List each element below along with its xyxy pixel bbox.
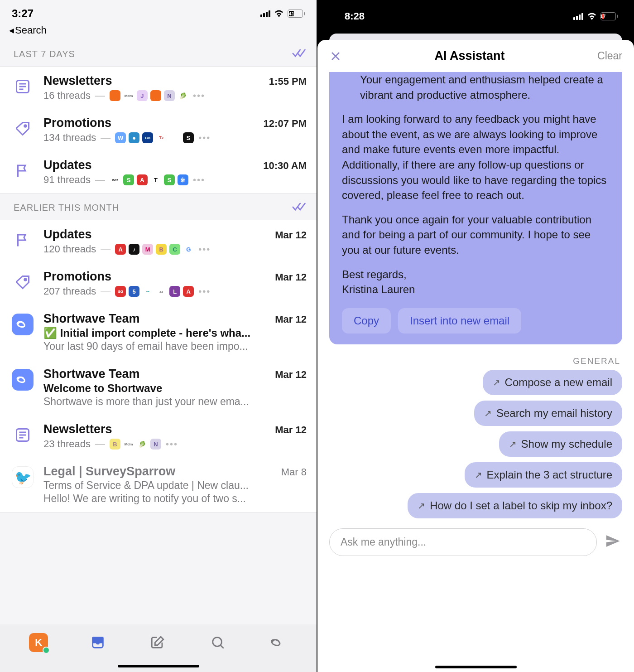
suggestion-text: How do I set a label to skip my inbox? <box>430 499 612 512</box>
send-button[interactable] <box>605 533 620 551</box>
home-indicator <box>435 666 517 668</box>
list-row[interactable]: NewslettersMar 12 23 threads—BMdm🥬N••• <box>0 415 317 457</box>
list-row[interactable]: Newsletters1:55 PM 16 threads—MdmJN🥬••• <box>0 67 317 109</box>
insert-email-button[interactable]: Insert into new email <box>398 308 521 334</box>
status-time: 3:27 <box>12 7 34 20</box>
cellular-icon <box>260 10 270 17</box>
arrow-icon: ↗ <box>509 439 517 450</box>
suggestion-chip[interactable]: ↗Show my schedule <box>499 431 622 457</box>
back-to-search[interactable]: ◀ Search <box>0 23 317 40</box>
nav-assistant[interactable] <box>268 633 288 653</box>
ai-assistant-screen: 8:28 17 AI Assistant Clear Your engageme… <box>317 0 634 672</box>
more-senders-icon: ••• <box>193 175 205 185</box>
row-sub: 23 threads—BMdm🥬N••• <box>43 438 307 450</box>
list-row[interactable]: Shortwave TeamMar 12 Welcome to Shortwav… <box>0 360 317 415</box>
list-row[interactable]: PromotionsMar 12 207 threads—SG5~zzLA••• <box>0 262 317 305</box>
status-time: 8:28 <box>345 10 365 22</box>
row-time: Mar 12 <box>275 369 307 381</box>
sender-chip: A <box>115 244 126 255</box>
suggestion-chip[interactable]: ↗Search my email history <box>474 401 622 426</box>
tag-icon <box>12 118 34 140</box>
row-time: 10:30 AM <box>263 160 307 172</box>
row-title: Updates <box>43 227 92 242</box>
row-title: Shortwave Team <box>43 312 140 326</box>
sender-chip: S <box>123 174 134 185</box>
suggestion-chip[interactable]: ↗Compose a new email <box>483 370 622 395</box>
list-row[interactable]: Promotions12:07 PM 134 threads—W●BBTzS••… <box>0 109 317 151</box>
row-time: Mar 8 <box>281 466 307 478</box>
nav-search[interactable] <box>208 633 228 653</box>
row-sub: 120 threads—A♪MBCG••• <box>43 243 307 255</box>
suggestion-chip[interactable]: ↗How do I set a label to skip my inbox? <box>408 493 622 518</box>
status-indicators: 17 <box>573 12 618 20</box>
tag-icon <box>12 271 34 293</box>
ask-input[interactable]: Ask me anything... <box>329 528 597 556</box>
suggestion-chip[interactable]: ↗Explain the 3 act structure <box>465 462 622 488</box>
input-row: Ask me anything... <box>317 518 634 561</box>
mark-all-done-button[interactable] <box>292 48 307 60</box>
row-title: Promotions <box>43 270 111 284</box>
list-row[interactable]: UpdatesMar 12 120 threads—A♪MBCG••• <box>0 220 317 262</box>
sender-chip: Mdm <box>123 90 134 101</box>
sender-chip: 🥬 <box>178 90 188 101</box>
row-preview: Your last 90 days of email have been imp… <box>43 340 307 353</box>
list-row[interactable]: Shortwave TeamMar 12 ✅ Initial import co… <box>0 305 317 360</box>
row-title: Newsletters <box>43 422 112 436</box>
sender-chip: S <box>183 132 194 143</box>
section-header: LAST 7 DAYS <box>0 40 317 66</box>
app-icon <box>12 369 34 391</box>
cellular-icon <box>573 13 583 20</box>
status-bar: 3:27 41 <box>0 0 317 23</box>
row-sub: 134 threads—W●BBTzS••• <box>43 132 307 144</box>
row-title: Updates <box>43 158 92 172</box>
sender-chip: zz <box>156 286 167 297</box>
back-chevron-icon: ◀ <box>9 27 14 34</box>
svg-point-1 <box>24 125 27 127</box>
row-time: Mar 12 <box>275 271 307 283</box>
mark-all-done-button[interactable] <box>292 202 307 213</box>
sender-chip: ※ <box>178 174 188 185</box>
newsletter-icon <box>12 76 34 97</box>
ai-text-partial: Your engagement and enthusiasm helped cr… <box>342 72 610 102</box>
sender-chips: A♪MBCG <box>115 244 194 255</box>
row-sub: 91 threads—WRSATS※••• <box>43 174 307 186</box>
section-label: EARLIER THIS MONTH <box>14 203 119 213</box>
ai-text: I am looking forward to any feedback you… <box>342 111 610 203</box>
inbox-screen: 3:27 41 ◀ Search LAST 7 DAYS Newsletters… <box>0 0 317 672</box>
flag-icon <box>12 229 34 251</box>
account-avatar[interactable]: K <box>29 633 48 652</box>
row-time: 1:55 PM <box>269 76 307 87</box>
arrow-icon: ↗ <box>493 377 500 388</box>
suggestion-text: Compose a new email <box>505 376 612 389</box>
list-row[interactable]: 🐦 Legal | SurveySparrowMar 8 Terms of Se… <box>0 457 317 512</box>
suggestion-text: Show my schedule <box>521 438 612 450</box>
arrow-icon: ↗ <box>418 500 425 511</box>
sender-chip: C <box>169 244 180 255</box>
more-senders-icon: ••• <box>198 244 211 255</box>
back-label: Search <box>15 24 47 36</box>
row-title: Legal | SurveySparrow <box>43 464 175 479</box>
sender-chip: N <box>150 439 161 450</box>
battery-icon: 41 <box>288 10 305 18</box>
row-preview: Hello! We are writing to notify you of t… <box>43 493 307 505</box>
row-preview: Shortwave is more than just your new ema… <box>43 396 307 408</box>
sender-chip: T <box>150 174 161 185</box>
sender-chip <box>169 132 180 143</box>
sender-chips: W●BBTzS <box>115 132 194 143</box>
nav-compose[interactable] <box>148 633 168 653</box>
copy-button[interactable]: Copy <box>342 308 391 334</box>
sender-chip <box>110 90 120 101</box>
status-bar: 8:28 17 <box>317 0 634 27</box>
svg-point-4 <box>212 638 221 647</box>
row-sub: 207 threads—SG5~zzLA••• <box>43 285 307 297</box>
clear-button[interactable]: Clear <box>597 50 622 62</box>
ai-signature: Best regards, Kristina Lauren <box>342 267 610 297</box>
sender-chips: WRSATS※ <box>110 174 188 185</box>
sheet-title: AI Assistant <box>434 49 504 63</box>
email-list: Newsletters1:55 PM 16 threads—MdmJN🥬••• … <box>0 66 317 193</box>
list-row[interactable]: Updates10:30 AM 91 threads—WRSATS※••• <box>0 151 317 193</box>
row-time: 12:07 PM <box>264 118 307 130</box>
more-senders-icon: ••• <box>166 439 178 450</box>
close-button[interactable] <box>329 50 342 63</box>
nav-inbox[interactable] <box>88 633 108 653</box>
